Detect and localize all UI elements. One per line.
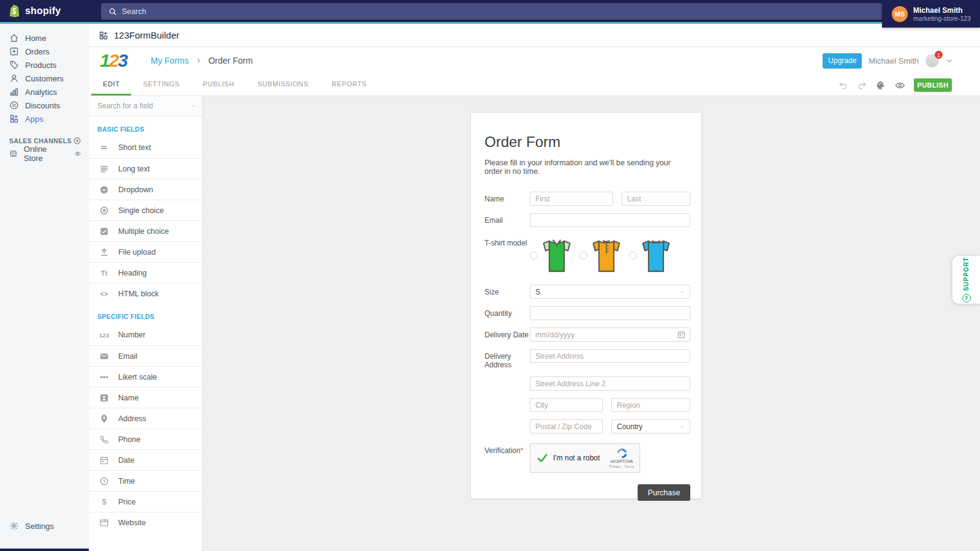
- field-file-upload[interactable]: File upload: [89, 241, 202, 262]
- formbuilder-header: 123 My Forms Order Form Upgrade Michael …: [89, 47, 980, 74]
- shopify-logo[interactable]: shopify: [9, 0, 61, 22]
- field-name[interactable]: Name: [89, 387, 202, 408]
- recaptcha-widget[interactable]: I'm not a robot reCAPTCHA Privacy - Term…: [530, 443, 640, 473]
- sidebar-item-label: Orders: [25, 47, 50, 56]
- field-short-text[interactable]: Short text: [89, 137, 202, 158]
- envelope-icon: [98, 350, 110, 362]
- sidebar-item-apps[interactable]: Apps: [0, 112, 89, 126]
- sidebar-item-products[interactable]: Products: [0, 58, 89, 72]
- field-phone[interactable]: Phone: [89, 429, 202, 449]
- recaptcha-privacy-terms[interactable]: Privacy - Terms: [609, 465, 635, 468]
- email-row: Email: [484, 213, 690, 227]
- field-long-text[interactable]: Long text: [89, 158, 202, 179]
- calendar-icon[interactable]: [677, 330, 686, 339]
- sidebar-item-label: Analytics: [25, 88, 57, 97]
- sidebar-item-label: Settings: [25, 522, 54, 531]
- sidebar-item-orders[interactable]: Orders: [0, 45, 89, 58]
- tshirt-option-orange[interactable]: [579, 236, 624, 275]
- first-name-input[interactable]: [530, 192, 613, 206]
- add-channel-icon[interactable]: [73, 137, 81, 145]
- view-store-icon[interactable]: [74, 149, 81, 158]
- shopify-wordmark: shopify: [25, 6, 61, 17]
- upgrade-button[interactable]: Upgrade: [823, 53, 862, 69]
- preview-eye-icon[interactable]: [895, 80, 905, 91]
- topbar-user-name: Michael Smith: [913, 6, 971, 15]
- apps-grid-icon: [9, 114, 19, 124]
- sidebar-item-settings[interactable]: Settings: [0, 519, 89, 533]
- field-label: Phone: [118, 435, 140, 444]
- gear-icon: [9, 521, 19, 531]
- person-icon: [9, 73, 19, 83]
- country-select[interactable]: Country: [611, 419, 690, 433]
- tab-settings[interactable]: SETTINGS: [131, 74, 191, 96]
- field-likert-scale[interactable]: Likert scale: [89, 366, 202, 387]
- support-tab[interactable]: SUPPORT ?: [952, 256, 980, 304]
- size-select[interactable]: S: [530, 285, 690, 299]
- field-label: Likert scale: [118, 373, 157, 381]
- undo-icon[interactable]: [838, 80, 848, 91]
- field-time[interactable]: Time: [89, 470, 202, 491]
- field-html-block[interactable]: <> HTML block: [89, 283, 202, 304]
- breadcrumb-my-forms[interactable]: My Forms: [151, 56, 189, 66]
- radio-button[interactable]: [579, 252, 587, 260]
- last-name-input[interactable]: [622, 192, 690, 206]
- field-date[interactable]: Date: [89, 449, 202, 470]
- location-pin-icon: [98, 413, 110, 425]
- field-website[interactable]: Website: [89, 512, 202, 533]
- theme-palette-icon[interactable]: [876, 80, 886, 91]
- tab-reports[interactable]: REPORTS: [320, 74, 379, 96]
- field-number[interactable]: 123 Number: [89, 324, 202, 345]
- field-multiple-choice[interactable]: Multiple choice: [89, 220, 202, 241]
- header-user-name[interactable]: Michael Smith: [869, 56, 919, 66]
- field-search-input[interactable]: [97, 102, 192, 110]
- street-address2-input[interactable]: [530, 377, 690, 391]
- tab-edit[interactable]: EDIT: [91, 74, 131, 96]
- redo-icon[interactable]: [857, 80, 867, 91]
- sidebar-item-home[interactable]: Home: [0, 31, 89, 45]
- logo-digit: 1: [100, 50, 109, 70]
- main-area: 123FormBuilder 123 My Forms Order Form U…: [89, 24, 980, 551]
- purchase-button[interactable]: Purchase: [638, 484, 690, 501]
- size-label: Size: [484, 285, 530, 299]
- field-dropdown[interactable]: Dropdown: [89, 179, 202, 200]
- email-input[interactable]: [530, 213, 690, 227]
- sidebar-item-discounts[interactable]: Discounts: [0, 99, 89, 112]
- topbar-search[interactable]: Search: [101, 3, 883, 20]
- tab-submissions[interactable]: SUBMISSIONS: [246, 74, 320, 96]
- form-title[interactable]: Order Form: [484, 133, 690, 151]
- delivery-date-input[interactable]: [530, 328, 690, 342]
- tab-publish[interactable]: PUBLISH: [191, 74, 246, 96]
- tshirt-option-blue[interactable]: [629, 236, 673, 275]
- code-icon: <>: [98, 288, 110, 300]
- chevron-down-icon[interactable]: [946, 57, 953, 64]
- recaptcha-checkmark-icon: [537, 452, 548, 464]
- topbar-accent-bar: [0, 22, 882, 24]
- street-address-input[interactable]: [530, 349, 690, 363]
- radio-button[interactable]: [629, 252, 637, 260]
- sidebar-item-label: Home: [25, 34, 47, 43]
- quantity-input[interactable]: [530, 306, 690, 320]
- publish-button[interactable]: PUBLISH: [914, 78, 952, 92]
- radio-button[interactable]: [530, 252, 538, 260]
- header-avatar[interactable]: 1: [925, 54, 939, 67]
- field-email[interactable]: Email: [89, 345, 202, 366]
- sidebar-item-customers[interactable]: Customers: [0, 72, 89, 85]
- formbuilder-logo[interactable]: 123: [100, 50, 127, 71]
- sidebar-item-online-store[interactable]: Online Store: [0, 147, 89, 160]
- discount-icon: [9, 100, 19, 110]
- topbar-account[interactable]: MS Michael Smith marketing-store-123: [882, 0, 980, 28]
- sidebar-item-analytics[interactable]: Analytics: [0, 85, 89, 99]
- name-row: Name: [484, 192, 690, 206]
- city-input[interactable]: [530, 398, 603, 412]
- breadcrumb-current: Order Form: [208, 56, 252, 66]
- field-single-choice[interactable]: Single choice: [89, 200, 202, 220]
- basic-fields-header: BASIC FIELDS: [89, 116, 202, 137]
- region-input[interactable]: [611, 398, 690, 412]
- field-address[interactable]: Address: [89, 408, 202, 429]
- field-price[interactable]: $ Price: [89, 491, 202, 512]
- postal-code-input[interactable]: [530, 419, 603, 433]
- tshirt-option-green[interactable]: [530, 236, 574, 275]
- form-subtitle[interactable]: Please fill in your information and we'l…: [484, 159, 690, 176]
- field-label: Single choice: [118, 206, 164, 215]
- field-heading[interactable]: Tt Heading: [89, 262, 202, 283]
